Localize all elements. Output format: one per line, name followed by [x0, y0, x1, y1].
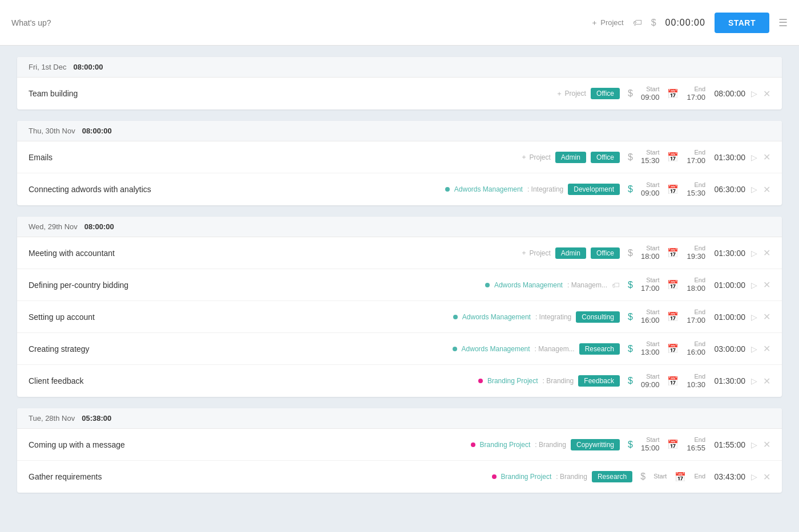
end-time[interactable]: 15:30 [687, 189, 705, 198]
calendar-icon[interactable]: 📅 [665, 184, 681, 195]
project-separator: : Managem... [567, 281, 607, 289]
play-icon[interactable]: ▷ [751, 185, 757, 194]
delete-icon[interactable]: ✕ [763, 439, 770, 450]
start-time[interactable]: 09:00 [641, 380, 660, 389]
dollar-icon[interactable]: $ [626, 312, 635, 322]
tag-badge[interactable]: Development [568, 184, 620, 195]
delete-icon[interactable]: ✕ [763, 247, 770, 258]
tag-badge[interactable]: Research [579, 343, 620, 355]
start-time-block: Start 09:00 [641, 181, 660, 198]
day-total: 08:00:00 [84, 222, 114, 231]
end-label: End [694, 340, 705, 348]
start-time[interactable]: 15:00 [641, 444, 660, 453]
calendar-icon[interactable]: 📅 [665, 247, 681, 258]
tag-icon[interactable]: 🏷 [612, 281, 620, 290]
tag-badge[interactable]: Consulting [576, 311, 620, 323]
dollar-icon[interactable]: $ [651, 18, 656, 28]
project-label[interactable]: Adwords Management [454, 185, 523, 193]
calendar-icon[interactable]: 📅 [665, 88, 681, 99]
tag-badge-2[interactable]: Office [591, 247, 620, 259]
start-time[interactable]: 13:00 [641, 348, 660, 357]
start-time[interactable]: 18:00 [641, 252, 660, 261]
play-icon[interactable]: ▷ [751, 281, 757, 290]
add-project-button[interactable]: ＋ Project [520, 152, 551, 162]
calendar-icon[interactable]: 📅 [665, 152, 681, 163]
delete-icon[interactable]: ✕ [763, 184, 770, 195]
play-icon[interactable]: ▷ [751, 472, 757, 481]
project-label[interactable]: Adwords Management [494, 281, 563, 289]
top-bar: ＋ Project 🏷 $ 00:00:00 START ☰ [0, 0, 799, 46]
tag-badge[interactable]: Copywritting [571, 439, 620, 450]
end-time[interactable]: 16:00 [687, 348, 705, 357]
start-time[interactable]: 09:00 [641, 189, 660, 198]
tag-badge[interactable]: Research [592, 471, 632, 482]
tag-badge-1[interactable]: Admin [555, 247, 586, 259]
delete-icon[interactable]: ✕ [763, 279, 770, 290]
day-total: 08:00:00 [73, 63, 103, 71]
calendar-icon[interactable]: 📅 [665, 439, 681, 450]
start-time[interactable]: 15:30 [641, 156, 660, 165]
delete-icon[interactable]: ✕ [763, 343, 770, 354]
tag-icon[interactable]: 🏷 [633, 18, 642, 28]
play-icon[interactable]: ▷ [751, 89, 757, 98]
tag-badge-1[interactable]: Admin [555, 152, 586, 163]
task-input[interactable] [11, 18, 584, 27]
project-label[interactable]: Adwords Management [462, 345, 530, 353]
start-time[interactable]: 09:00 [641, 93, 660, 102]
tag-badge[interactable]: Office [591, 88, 620, 99]
delete-icon[interactable]: ✕ [763, 311, 770, 322]
tag-badge-2[interactable]: Office [591, 152, 620, 163]
dollar-icon[interactable]: $ [626, 376, 635, 386]
dollar-icon[interactable]: $ [626, 152, 635, 163]
project-label[interactable]: Adwords Management [462, 313, 531, 321]
play-icon[interactable]: ▷ [751, 153, 757, 162]
end-time[interactable]: 19:30 [687, 252, 705, 261]
dollar-icon[interactable]: $ [626, 248, 635, 258]
dollar-icon[interactable]: $ [638, 472, 648, 482]
end-time[interactable]: 17:00 [687, 93, 705, 102]
entry-project-area: Adwords Management: Managem...Research [228, 343, 620, 355]
calendar-icon[interactable]: 📅 [672, 472, 688, 482]
project-separator: : Branding [543, 377, 574, 385]
dollar-icon[interactable]: $ [626, 344, 635, 354]
end-time[interactable]: 18:00 [687, 284, 705, 293]
add-project-button[interactable]: ＋ Project [591, 18, 623, 28]
entry-project-area: Branding Project: BrandingCopywritting [228, 439, 620, 450]
end-time[interactable]: 17:00 [687, 316, 705, 325]
end-time-block: End [694, 473, 705, 480]
start-button[interactable]: START [715, 13, 769, 33]
delete-icon[interactable]: ✕ [763, 376, 770, 387]
dollar-icon[interactable]: $ [626, 280, 635, 290]
entry-description: Connecting adwords with analytics [29, 185, 223, 194]
delete-icon[interactable]: ✕ [763, 472, 770, 482]
dollar-icon[interactable]: $ [626, 184, 635, 194]
end-time[interactable]: 10:30 [687, 380, 705, 389]
start-time[interactable]: 16:00 [641, 316, 660, 325]
end-time[interactable]: 16:55 [687, 444, 705, 453]
play-icon[interactable]: ▷ [751, 344, 757, 354]
delete-icon[interactable]: ✕ [763, 88, 770, 99]
project-label[interactable]: Branding Project [487, 377, 538, 385]
tag-badge[interactable]: Feedback [578, 375, 620, 387]
project-label[interactable]: Branding Project [480, 441, 531, 449]
project-label[interactable]: Branding Project [501, 473, 552, 481]
end-time[interactable]: 17:00 [687, 156, 705, 165]
project-dot [478, 379, 483, 383]
entry-description: Setting up account [29, 312, 223, 322]
play-icon[interactable]: ▷ [751, 249, 757, 258]
start-time[interactable]: 17:00 [641, 284, 660, 293]
calendar-icon[interactable]: 📅 [665, 279, 681, 290]
add-project-button[interactable]: ＋ Project [520, 248, 551, 258]
dollar-icon[interactable]: $ [626, 440, 635, 450]
add-project-button[interactable]: ＋ Project [556, 89, 586, 99]
calendar-icon[interactable]: 📅 [665, 376, 681, 387]
play-icon[interactable]: ▷ [751, 312, 757, 322]
play-icon[interactable]: ▷ [751, 376, 757, 385]
main-content: Fri, 1st Dec 08:00:00 Team building＋ Pro… [0, 46, 799, 504]
dollar-icon[interactable]: $ [626, 88, 635, 99]
calendar-icon[interactable]: 📅 [665, 311, 681, 322]
delete-icon[interactable]: ✕ [763, 152, 770, 163]
play-icon[interactable]: ▷ [751, 440, 757, 449]
menu-icon[interactable]: ☰ [778, 17, 788, 29]
calendar-icon[interactable]: 📅 [665, 343, 681, 354]
